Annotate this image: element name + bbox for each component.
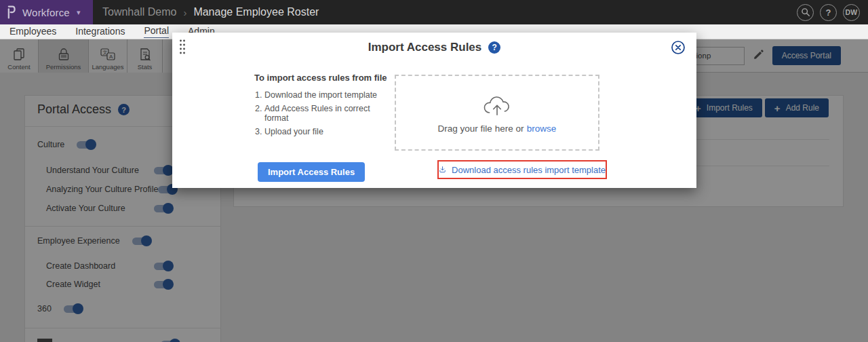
import-instructions: To import access rules from file Downloa… (254, 73, 390, 140)
breadcrumb-separator-icon: › (183, 7, 186, 18)
tab-portal[interactable]: Portal (144, 25, 169, 38)
instruction-step: Add Access Rules in correct format (264, 104, 390, 123)
tab-integrations[interactable]: Integrations (75, 26, 125, 38)
import-access-rules-modal: Import Access Rules ? To import access r… (172, 33, 696, 188)
download-template-highlight: Download access rules import template (437, 160, 607, 179)
avatar[interactable]: DW (843, 4, 860, 21)
file-dropzone[interactable]: Drag your file here or browse (395, 75, 599, 151)
modal-help-icon[interactable]: ? (488, 41, 500, 54)
logo-text: Workforce (22, 7, 70, 18)
close-icon[interactable] (671, 40, 686, 55)
workforce-logo[interactable]: Workforce ▾ (0, 0, 93, 24)
app-header: Workforce ▾ Townhall Demo › Manage Emplo… (0, 0, 868, 24)
download-template-link[interactable]: Download access rules import template (452, 165, 606, 175)
instructions-heading: To import access rules from file (254, 73, 390, 83)
instruction-step: Upload your file (264, 127, 390, 136)
brand-p-icon (7, 5, 17, 20)
breadcrumb-root[interactable]: Townhall Demo (102, 6, 176, 18)
dropzone-caption: Drag your file here or (438, 124, 524, 134)
cloud-upload-icon (479, 92, 515, 116)
breadcrumb: Townhall Demo › Manage Employee Roster (102, 6, 319, 18)
search-icon[interactable] (797, 4, 814, 21)
breadcrumb-current: Manage Employee Roster (193, 6, 319, 18)
modal-title: Import Access Rules (368, 41, 482, 54)
download-icon (439, 164, 446, 175)
instruction-step: Download the import template (264, 90, 390, 100)
tab-employees[interactable]: Employees (9, 26, 56, 38)
chevron-down-icon[interactable]: ▾ (77, 8, 81, 17)
browse-link[interactable]: browse (527, 124, 557, 134)
help-icon[interactable]: ? (820, 4, 837, 21)
import-access-rules-button[interactable]: Import Access Rules (258, 162, 365, 182)
